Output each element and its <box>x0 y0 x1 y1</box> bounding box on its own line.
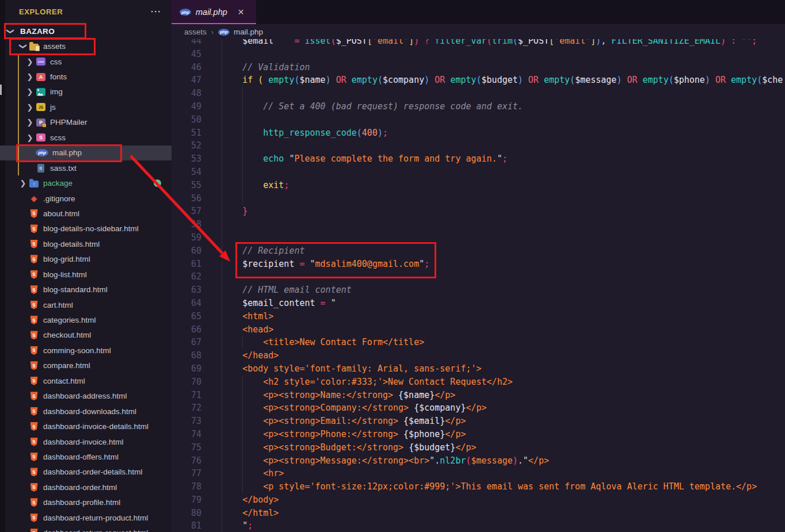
tree-item-dashboard-profile-html[interactable]: 5dashboard-profile.html <box>0 495 172 510</box>
chevron-closed-icon[interactable]: ❯ <box>24 118 36 127</box>
breadcrumb-folder[interactable]: assets <box>184 28 207 36</box>
code-token: {$name} <box>398 390 435 400</box>
code-line-54[interactable] <box>222 166 783 179</box>
code-line-50[interactable] <box>222 113 783 127</box>
more-actions-icon[interactable]: ⋯ <box>150 5 161 18</box>
tree-item-fonts[interactable]: ❯Afonts <box>0 69 172 84</box>
code-token: <p><strong>Message:</strong><br> <box>263 456 429 466</box>
tree-item-dashboard-order-html[interactable]: 5dashboard-order.html <box>0 480 172 495</box>
code-line-76[interactable]: <p><strong>Message:</strong><br>".nl2br(… <box>222 454 783 468</box>
tree-item-comming-soon-html[interactable]: 5comming-soon.html <box>0 343 172 358</box>
tree-item-img[interactable]: ❯img <box>0 85 172 99</box>
code-line-79[interactable]: </body> <box>222 493 783 507</box>
tree-item-dashboard-order-details-html[interactable]: 5dashboard-order-details.html <box>0 465 172 480</box>
html-icon: 5 <box>29 529 39 532</box>
tree-item-cart-html[interactable]: 5cart.html <box>0 297 172 312</box>
code-line-51[interactable]: http_response_code(400); <box>222 127 783 140</box>
code-indent <box>222 324 242 335</box>
chevron-closed-icon[interactable]: ❯ <box>24 58 36 66</box>
code-line-55[interactable]: exit; <box>222 179 783 192</box>
tree-item-dashboard-return-product-html[interactable]: 5dashboard-return-product.html <box>0 510 172 525</box>
tree-item-checkout-html[interactable]: 5checkout.html <box>0 328 172 343</box>
code-line-47[interactable]: if ( empty($name) OR empty($company) OR … <box>222 74 783 87</box>
html-glyph: 5 <box>31 361 38 370</box>
code-token: empty <box>268 75 294 85</box>
code-line-63[interactable]: // HTML email content <box>222 284 783 297</box>
chevron-closed-icon[interactable]: ❯ <box>24 87 36 96</box>
code-token: </p> <box>466 403 486 413</box>
code-line-68[interactable]: </head> <box>222 349 783 362</box>
breadcrumb-file[interactable]: mail.php <box>234 28 263 36</box>
code-indent <box>222 377 263 387</box>
chevron-closed-icon[interactable]: ❯ <box>24 72 36 81</box>
code-line-72[interactable]: <p><strong>Company:</strong> {$company}<… <box>222 401 783 415</box>
code-line-53[interactable]: echo "Please complete the form and try a… <box>222 152 783 166</box>
code-line-62[interactable] <box>222 270 783 284</box>
tree-item-dashboard-downloads-html[interactable]: 5dashboard-downloads.html <box>0 404 172 419</box>
tree-item-bazaro[interactable]: ❯BAZARO <box>0 24 172 39</box>
close-icon[interactable]: ✕ <box>238 7 245 17</box>
chevron-open-icon[interactable]: ❯ <box>19 41 28 52</box>
tree-item-scss[interactable]: ❯Sscss <box>0 130 172 145</box>
code-line-75[interactable]: <p><strong>Budget:</strong> {$budget}</p… <box>222 441 783 454</box>
tree-item-contact-html[interactable]: 5contact.html <box>0 373 172 388</box>
tree-item-blog-standard-html[interactable]: 5blog-standard.html <box>0 282 172 297</box>
code-line-81[interactable]: "; <box>222 519 783 532</box>
tree-item-dashboard-invoice-html[interactable]: 5dashboard-invoice.html <box>0 434 172 449</box>
code-line-60[interactable]: // Recipient <box>222 244 783 258</box>
code-line-66[interactable]: <head> <box>222 323 783 336</box>
code-line-48[interactable] <box>222 87 783 100</box>
code-indent <box>222 75 242 85</box>
tree-item--gitignore[interactable]: ◆.gitignore <box>0 191 172 206</box>
tree-item-dashboard-address-html[interactable]: 5dashboard-address.html <box>0 389 172 404</box>
tree-item-js[interactable]: ❯JSjs <box>0 99 172 114</box>
editor-pane[interactable]: 4445464748495051525354555657585960616263… <box>172 25 785 532</box>
tree-item-compare-html[interactable]: 5compare.html <box>0 358 172 373</box>
tree-item-phpmailer[interactable]: ❯PPHPMailer <box>0 115 172 130</box>
tree-item-dashboard-invoice-details-html[interactable]: 5dashboard-invoice-details.html <box>0 419 172 434</box>
html-icon: 5 <box>29 346 39 355</box>
tree-item-about-html[interactable]: 5about.html <box>0 206 172 221</box>
code-line-71[interactable]: <p><strong>Name:</strong> {$name}</p> <box>222 389 783 402</box>
code-line-61[interactable]: $recipient = "mdsalim400@gmail.com"; <box>222 258 783 271</box>
code-line-77[interactable]: <hr> <box>222 467 783 480</box>
code-line-52[interactable] <box>222 139 783 152</box>
code-line-74[interactable]: <p><strong>Phone:</strong> {$phone}</p> <box>222 428 783 441</box>
code-line-73[interactable]: <p><strong>Email:</strong> {$email}</p> <box>222 415 783 428</box>
code-line-78[interactable]: <p style='font-size:12px;color:#999;'>Th… <box>222 480 783 493</box>
code-indent <box>222 337 263 347</box>
code-line-57[interactable]: } <box>222 205 783 218</box>
tree-item-blog-list-html[interactable]: 5blog-list.html <box>0 267 172 282</box>
chevron-closed-icon[interactable]: ❯ <box>17 179 29 187</box>
code-line-45[interactable] <box>222 48 783 61</box>
code-line-80[interactable]: </html> <box>222 507 783 520</box>
tree-item-mail-php[interactable]: phpmail.php <box>0 146 172 160</box>
code-line-56[interactable] <box>222 192 783 205</box>
tree-item-blog-details-html[interactable]: 5blog-details.html <box>0 236 172 251</box>
tree-item-blog-grid-html[interactable]: 5blog-grid.html <box>0 252 172 267</box>
code-line-46[interactable]: // Validation <box>222 61 783 74</box>
code-line-70[interactable]: <h2 style='color:#333;'>New Contact Requ… <box>222 376 783 389</box>
code-indent <box>222 154 263 164</box>
tree-item-sass-txt[interactable]: ≡sass.txt <box>0 160 172 175</box>
code-line-67[interactable]: <title>New Contact Form</title> <box>222 336 783 349</box>
tree-item-categories-html[interactable]: 5categories.html <box>0 312 172 327</box>
chevron-closed-icon[interactable]: ❯ <box>24 133 36 142</box>
code-line-59[interactable] <box>222 231 783 244</box>
code-line-58[interactable] <box>222 218 783 231</box>
tree-item-assets[interactable]: ❯assets <box>0 39 172 53</box>
tree-item-package[interactable]: ❯↑package <box>0 175 172 190</box>
tab-mail-php[interactable]: php mail.php ✕ <box>172 0 256 24</box>
line-number: 64 <box>172 297 201 310</box>
tree-item-css[interactable]: ❯csscss <box>0 54 172 69</box>
code-line-65[interactable]: <html> <box>222 310 783 323</box>
code-line-64[interactable]: $email_content = " <box>222 297 783 310</box>
tree-item-blog-details-no-sidebar-html[interactable]: 5blog-details-no-sidebar.html <box>0 221 172 236</box>
code-line-49[interactable]: // Set a 400 (bad request) response code… <box>222 100 783 113</box>
tree-item-dashboard-offers-html[interactable]: 5dashboard-offers.html <box>0 449 172 464</box>
code-line-69[interactable]: <body style='font-family: Arial, sans-se… <box>222 362 783 376</box>
tree-item-dashboard-return-request-html[interactable]: 5dashboard-return-request.html <box>0 525 172 532</box>
html-glyph: 5 <box>31 392 38 400</box>
chevron-open-icon[interactable]: ❯ <box>6 25 15 37</box>
chevron-closed-icon[interactable]: ❯ <box>24 103 36 112</box>
